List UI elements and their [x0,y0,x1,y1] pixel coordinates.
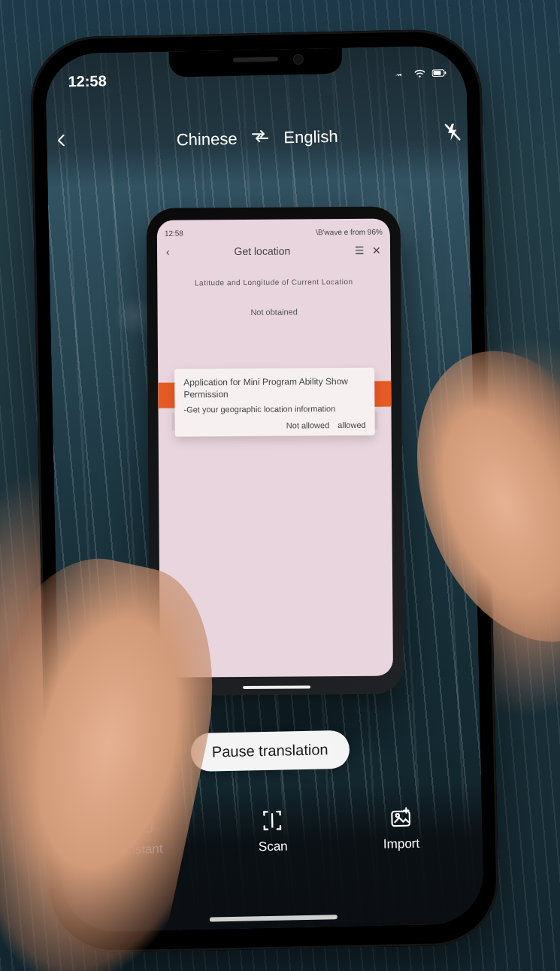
dialog-subtext: -Get your geographic location informatio… [183,404,365,414]
dialog-allowed: allowed [338,420,365,429]
back-button[interactable] [47,131,77,155]
subject-body: Latitude and Longitude of Current Locati… [157,278,393,678]
tab-instant[interactable]: Instant [124,810,163,857]
dialog-not-allowed: Not allowed [286,421,330,430]
subject-header: ‹ Get location ☰ ✕ [157,241,390,262]
subject-status-right: \B'wave e from 96% [316,227,383,236]
svg-rect-1 [433,71,440,75]
subject-home-indicator [243,685,310,689]
status-time: 12:58 [68,72,107,90]
iphone-screen: 12:58 Chi [45,45,484,932]
svg-point-4 [136,817,138,819]
subject-status-bar: 12:58 \B'wave e from 96% [157,219,390,243]
source-language[interactable]: Chinese [176,129,237,150]
dialog-heading: Application for Mini Program Ability Sho… [183,375,365,401]
permission-dialog: Application for Mini Program Ability Sho… [174,368,375,437]
subject-line-notobtained: Not obtained [158,307,391,317]
svg-point-7 [396,814,399,817]
subject-header-title: Get location [170,244,355,258]
tab-import-label: Import [383,836,420,852]
subject-close-icon: ✕ [372,244,381,256]
chevron-left-icon [54,131,69,149]
tab-scan-label: Scan [259,839,288,854]
svg-rect-2 [445,71,446,74]
subject-status-time: 12:58 [165,229,183,237]
airplane-mode-icon [392,65,407,83]
pause-translation-button[interactable]: Pause translation [190,730,350,772]
target-language[interactable]: English [283,127,338,148]
import-icon [388,805,414,831]
battery-icon [431,65,446,82]
wifi-icon [412,65,427,83]
swap-languages-button[interactable] [250,129,271,149]
status-right-cluster [392,65,446,83]
tab-scan[interactable]: Scan [258,807,288,854]
flash-toggle[interactable] [437,122,468,147]
subject-menu-icon: ☰ [355,244,365,256]
iphone-device: 12:58 Chi [29,29,499,954]
swap-icon [250,129,270,144]
subject-line-latlong: Latitude and Longitude of Current Locati… [157,278,390,287]
iphone-notch [169,48,343,77]
instant-icon [130,810,156,836]
bottom-tab-bar: Instant Scan Import [60,782,484,933]
tab-instant-label: Instant [124,842,162,857]
tab-import[interactable]: Import [383,805,419,852]
subject-phone-screen: 12:58 \B'wave e from 96% ‹ Get location … [157,219,393,678]
flash-off-icon [443,122,462,141]
dialog-actions: Not allowed allowed [184,420,366,431]
subject-phone: 12:58 \B'wave e from 96% ‹ Get location … [147,207,404,696]
scan-icon [259,808,286,834]
photo-scene: 12:58 Chi [0,0,560,971]
